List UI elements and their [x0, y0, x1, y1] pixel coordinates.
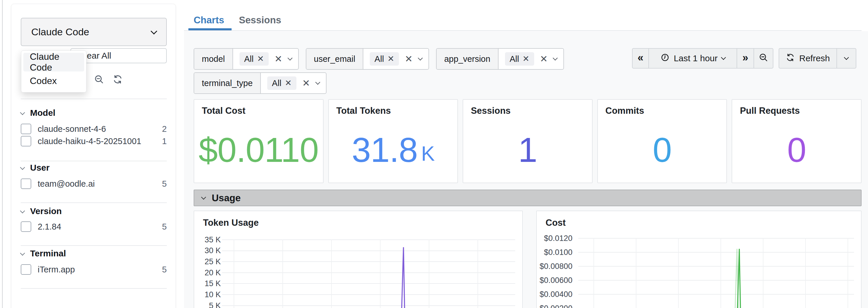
clock-icon [660, 53, 670, 64]
refresh-icon[interactable] [113, 74, 123, 86]
clear-filter-icon[interactable]: ✕ [540, 54, 548, 64]
divider [21, 288, 167, 289]
facet-count: 1 [162, 137, 167, 146]
time-shift-forward-button[interactable]: » [737, 48, 754, 69]
checkbox[interactable] [21, 221, 31, 232]
chevron-down-icon[interactable] [287, 56, 292, 61]
facet-count: 5 [162, 265, 167, 274]
panel-cost: Cost $0.0120 $0.0100 $0.00800 $0.00600 $… [536, 211, 862, 308]
time-range-picker[interactable]: Last 1 hour [649, 48, 737, 69]
divider [21, 99, 167, 99]
stat-unit: K [421, 142, 435, 165]
filter-chip-terminal-type[interactable]: terminal_type All ✕ ✕ [194, 72, 327, 94]
product-select[interactable]: Claude Code [21, 18, 167, 46]
left-edge-divider [2, 0, 3, 308]
stat-value: 0 [787, 130, 806, 170]
usage-section-header[interactable]: Usage [194, 190, 862, 206]
zoom-out-icon[interactable] [94, 74, 104, 86]
clear-filter-icon[interactable]: ✕ [302, 78, 310, 88]
facet-count: 5 [162, 179, 167, 189]
chevron-down-icon [151, 28, 157, 34]
facet-section-terminal[interactable]: Terminal [21, 248, 167, 259]
stat-value: 31.8 [352, 130, 417, 170]
zoom-out-icon [758, 53, 768, 64]
filter-value-pill[interactable]: All ✕ [267, 76, 297, 90]
facet-item-terminal[interactable]: iTerm.app 5 [21, 263, 167, 276]
facet-count: 5 [162, 222, 167, 232]
remove-value-icon[interactable]: ✕ [285, 79, 291, 87]
stat-card-commits: Commits 0 [597, 99, 727, 183]
facet-section-user[interactable]: User [21, 163, 167, 173]
checkbox[interactable] [21, 178, 31, 189]
dashboard-page: Claude Code Clear All Model [0, 0, 868, 308]
filter-value-pill[interactable]: All ✕ [370, 52, 399, 66]
product-dropdown-menu: Claude Code Codex [21, 50, 87, 93]
chevron-down-icon [844, 55, 849, 60]
refresh-interval-dropdown[interactable] [837, 48, 856, 69]
checkbox[interactable] [21, 264, 31, 275]
chevron-down-icon [721, 55, 726, 60]
panel-token-usage: Token Usage 35 K 30 K 25 K 20 K 15 K 10 … [194, 211, 523, 308]
chevron-down-icon [201, 195, 206, 200]
facet-item-version[interactable]: 2.1.84 5 [21, 220, 167, 233]
chevron-down-icon [20, 165, 25, 170]
stat-value: 1 [518, 130, 537, 170]
filter-value-pill[interactable]: All ✕ [505, 52, 534, 66]
stat-card-pull-requests: Pull Requests 0 [732, 99, 862, 183]
chevron-down-icon[interactable] [553, 56, 558, 61]
time-shift-back-button[interactable]: « [632, 48, 649, 69]
chevron-down-icon [20, 110, 25, 115]
chevron-down-icon[interactable] [315, 80, 320, 85]
divider [21, 245, 167, 246]
refresh-button[interactable]: Refresh [779, 48, 837, 69]
filter-sidebar: Claude Code Clear All Model [11, 4, 176, 308]
menu-item-claude-code[interactable]: Claude Code [23, 53, 84, 71]
filter-value-pill[interactable]: All ✕ [240, 52, 269, 66]
facet-item-claude-sonnet[interactable]: claude-sonnet-4-6 2 [21, 123, 167, 135]
clear-filter-icon[interactable]: ✕ [275, 54, 282, 64]
stat-value: 0 [653, 130, 672, 170]
chevron-down-icon[interactable] [417, 56, 423, 61]
tab-charts[interactable]: Charts [194, 14, 224, 26]
clear-filter-icon[interactable]: ✕ [405, 54, 413, 64]
cost-plot-area[interactable] [578, 236, 854, 308]
token-usage-plot-area[interactable] [222, 237, 515, 308]
facet-section-model[interactable]: Model [21, 108, 167, 118]
filter-chip-model[interactable]: model All ✕ ✕ [194, 48, 299, 70]
stat-card-total-cost: Total Cost $0.0110 [194, 99, 323, 183]
facet-count: 2 [162, 124, 167, 134]
facet-section-version[interactable]: Version [21, 206, 167, 216]
stat-card-total-tokens: Total Tokens 31.8 K [328, 99, 458, 183]
token-usage-series-line [222, 237, 515, 308]
active-tab-indicator [188, 28, 231, 30]
menu-item-codex[interactable]: Codex [23, 71, 84, 90]
tab-bar-divider [184, 30, 862, 31]
facet-item-claude-haiku[interactable]: claude-haiku-4-5-20251001 1 [21, 135, 167, 147]
remove-value-icon[interactable]: ✕ [257, 55, 264, 63]
remove-value-icon[interactable]: ✕ [523, 55, 529, 63]
divider [21, 202, 167, 203]
refresh-icon [786, 53, 795, 64]
divider [21, 161, 167, 161]
cost-series-line [578, 236, 854, 308]
facet-item-user-email[interactable]: team@oodle.ai 5 [21, 177, 167, 190]
filter-chip-user-email[interactable]: user_email All ✕ ✕ [306, 48, 429, 70]
tab-sessions[interactable]: Sessions [239, 14, 281, 26]
stat-card-sessions: Sessions 1 [463, 99, 593, 183]
checkbox[interactable] [21, 136, 31, 146]
stat-value: $0.0110 [198, 130, 319, 170]
time-zoom-out-button[interactable] [754, 48, 773, 69]
chevron-down-icon [20, 209, 25, 213]
product-select-value: Claude Code [31, 26, 89, 38]
chevron-down-icon [20, 251, 25, 256]
remove-value-icon[interactable]: ✕ [388, 55, 394, 63]
checkbox[interactable] [21, 124, 31, 134]
filter-chip-app-version[interactable]: app_version All ✕ ✕ [436, 48, 564, 70]
